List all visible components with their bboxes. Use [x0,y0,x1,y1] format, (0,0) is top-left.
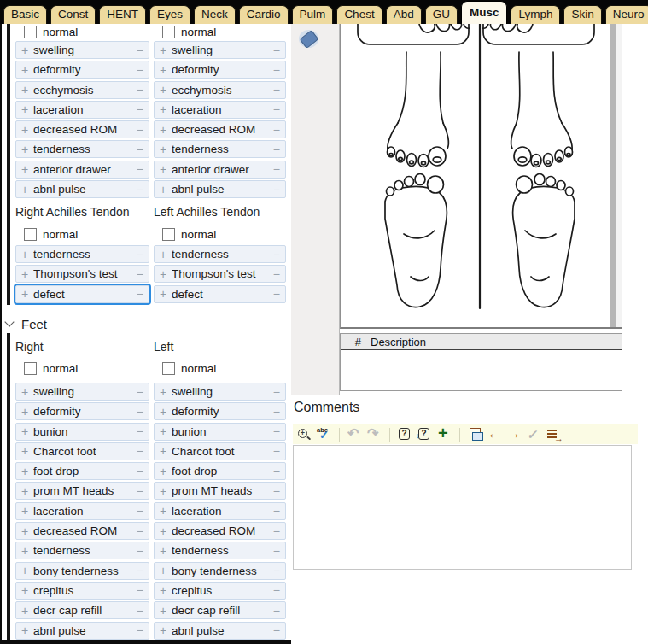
add-icon[interactable]: + [160,249,172,261]
remove-icon[interactable]: − [273,386,280,398]
add-icon[interactable]: + [160,406,172,418]
remove-icon[interactable]: − [137,268,143,280]
btn-left-ankle-anterior-drawer[interactable]: +anterior drawer− [154,161,286,179]
normal-checkbox[interactable] [162,26,175,38]
btn-right-foot-decr-cap-refill[interactable]: +decr cap refill− [15,601,149,619]
remove-icon[interactable]: − [273,288,280,300]
tab-neck[interactable]: Neck [194,5,236,24]
add-icon[interactable]: + [21,249,33,261]
remove-icon[interactable]: − [137,624,143,636]
btn-left-foot-bony-tenderness[interactable]: +bony tenderness− [154,562,286,580]
add-icon[interactable]: + [160,64,172,76]
add-icon[interactable]: + [160,445,172,457]
remove-icon[interactable]: − [273,406,280,418]
btn-left-foot-laceration[interactable]: +laceration− [154,502,286,520]
remove-icon[interactable]: − [273,445,280,457]
help-template-icon[interactable] [398,427,412,442]
remove-icon[interactable]: − [137,44,143,56]
tab-musc[interactable]: Musc [461,1,508,24]
add-icon[interactable]: + [21,525,33,537]
add-icon[interactable]: + [21,44,33,56]
tab-chest[interactable]: Chest [336,5,382,24]
add-icon[interactable]: + [21,445,33,457]
tab-const[interactable]: Const [50,5,96,24]
add-icon[interactable]: + [21,64,33,76]
btn-left-foot-foot-drop[interactable]: +foot drop− [154,462,286,480]
btn-right-ankle-anterior-drawer[interactable]: +anterior drawer− [15,161,149,179]
remove-icon[interactable]: − [137,465,143,477]
btn-left-foot-bunion[interactable]: +bunion− [154,423,286,441]
btn-left-achilles-tenderness[interactable]: +tenderness− [154,245,286,263]
add-icon[interactable]: + [160,425,172,437]
tab-basic[interactable]: Basic [3,5,47,24]
add-icon[interactable]: + [21,184,33,196]
normal-checkbox[interactable] [24,228,37,241]
add-icon[interactable]: + [21,485,33,497]
btn-right-foot-laceration[interactable]: +laceration− [15,502,149,520]
remove-icon[interactable]: − [137,425,143,437]
tab-neuro[interactable]: Neuro [605,5,648,24]
spell-check-icon[interactable] [317,427,331,442]
btn-left-foot-decreased-rom[interactable]: +decreased ROM− [154,522,286,540]
remove-icon[interactable]: − [273,44,280,56]
add-icon[interactable]: + [160,44,172,56]
btn-left-ankle-swelling[interactable]: +swelling− [154,41,286,59]
zoom-icon[interactable] [297,427,312,442]
btn-left-foot-crepitus[interactable]: +crepitus− [154,582,286,600]
tab-skin[interactable]: Skin [563,5,601,24]
remove-icon[interactable]: − [137,249,143,261]
remove-icon[interactable]: − [273,565,280,577]
normal-checkbox[interactable] [162,228,175,241]
remove-icon[interactable]: − [273,64,280,76]
btn-right-ankle-ecchymosis[interactable]: +ecchymosis− [15,81,149,99]
btn-right-ankle-abnl-pulse[interactable]: +abnl pulse− [15,180,149,198]
add-icon[interactable]: + [21,605,33,617]
remove-icon[interactable]: − [273,249,280,261]
remove-icon[interactable]: − [273,505,280,517]
add-icon[interactable]: + [160,268,172,280]
add-icon[interactable]: + [160,545,172,557]
remove-icon[interactable]: − [273,143,280,155]
add-icon[interactable]: + [21,624,33,636]
tab-cardio[interactable]: Cardio [239,5,289,24]
normal-checkbox[interactable] [24,26,37,38]
remove-icon[interactable]: − [273,624,280,636]
redo-icon[interactable] [367,427,382,442]
add-icon[interactable]: + [21,584,33,596]
remove-icon[interactable]: − [273,485,280,497]
remove-icon[interactable]: − [137,525,143,537]
remove-icon[interactable]: − [137,64,143,76]
remove-icon[interactable]: − [137,485,143,497]
collapse-chevron-icon[interactable] [4,317,14,326]
add-icon[interactable]: + [160,605,172,617]
add-icon[interactable]: + [21,406,33,418]
add-icon[interactable]: + [21,288,33,300]
btn-right-foot-swelling[interactable]: +swelling− [15,383,149,401]
remove-icon[interactable]: − [137,406,143,418]
add-icon[interactable]: + [160,184,172,196]
btn-left-foot-abnl-pulse[interactable]: +abnl pulse− [154,622,286,640]
btn-right-ankle-deformity[interactable]: +deformity− [15,61,149,79]
add-icon[interactable]: + [160,163,172,175]
btn-left-ankle-abnl-pulse[interactable]: +abnl pulse− [154,180,286,198]
btn-right-foot-abnl-pulse[interactable]: +abnl pulse− [15,622,149,640]
btn-left-achilles-thompsons-test[interactable]: +Thompson's test− [154,265,286,283]
btn-left-foot-deformity[interactable]: +deformity− [154,402,286,420]
tab-pulm[interactable]: Pulm [292,5,334,24]
remove-icon[interactable]: − [273,103,280,115]
btn-left-foot-prom-mt-heads[interactable]: +prom MT heads− [154,482,286,500]
btn-left-foot-swelling[interactable]: +swelling− [154,383,286,401]
btn-left-ankle-decreased-rom[interactable]: +decreased ROM− [154,120,286,138]
remove-icon[interactable]: − [137,584,143,596]
remove-icon[interactable]: − [137,163,143,175]
remove-icon[interactable]: − [273,163,280,175]
add-icon[interactable]: + [160,288,172,300]
add-icon[interactable]: + [160,84,172,96]
remove-icon[interactable]: − [137,545,143,557]
feet-section-header[interactable]: Feet [6,315,47,332]
add-icon[interactable]: + [160,525,172,537]
btn-right-ankle-swelling[interactable]: +swelling− [15,41,149,59]
remove-icon[interactable]: − [273,605,280,617]
tab-hent[interactable]: HENT [99,5,146,24]
btn-right-foot-charcot-foot[interactable]: +Charcot foot− [15,442,149,460]
